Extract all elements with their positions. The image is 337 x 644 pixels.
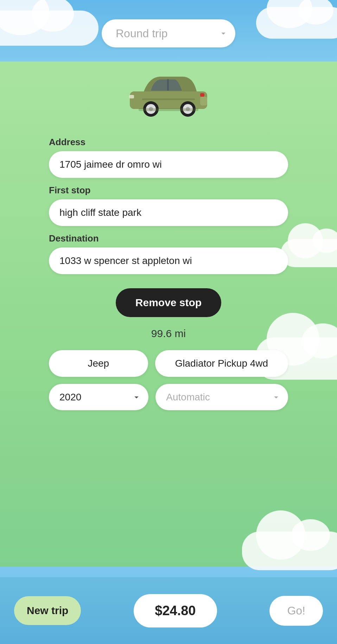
vehicle-year-transmission-row: 2020 Automatic [49,384,288,410]
distance-display: 99.6 mi [151,328,186,340]
svg-rect-12 [139,108,198,111]
destination-input[interactable] [49,247,288,274]
svg-rect-3 [200,97,207,105]
vehicle-year-select[interactable]: 2020 [49,384,148,410]
svg-rect-2 [142,98,195,100]
go-button[interactable]: Go! [269,596,323,626]
svg-rect-5 [129,95,134,98]
trip-type-container: Round trip [102,19,235,47]
destination-label: Destination [49,233,99,244]
first-stop-input[interactable] [49,199,288,226]
remove-stop-button[interactable]: Remove stop [116,288,221,317]
cost-display: $24.80 [134,594,217,627]
trip-type-select[interactable]: Round trip [102,19,235,47]
vehicle-model-button[interactable]: Gladiator Pickup 4wd [155,350,288,377]
svg-rect-1 [167,79,169,91]
car-illustration [123,69,214,119]
address-label: Address [49,137,85,148]
vehicle-transmission-select[interactable]: Automatic [155,384,288,410]
new-trip-button[interactable]: New trip [14,596,81,625]
form-section: Address First stop Destination [49,130,288,274]
first-stop-label: First stop [49,185,90,196]
address-input[interactable] [49,151,288,178]
svg-rect-4 [200,93,204,97]
vehicle-make-button[interactable]: Jeep [49,350,148,377]
vehicle-make-model-row: Jeep Gladiator Pickup 4wd [49,350,288,377]
bottom-bar: New trip $24.80 Go! [0,577,337,644]
